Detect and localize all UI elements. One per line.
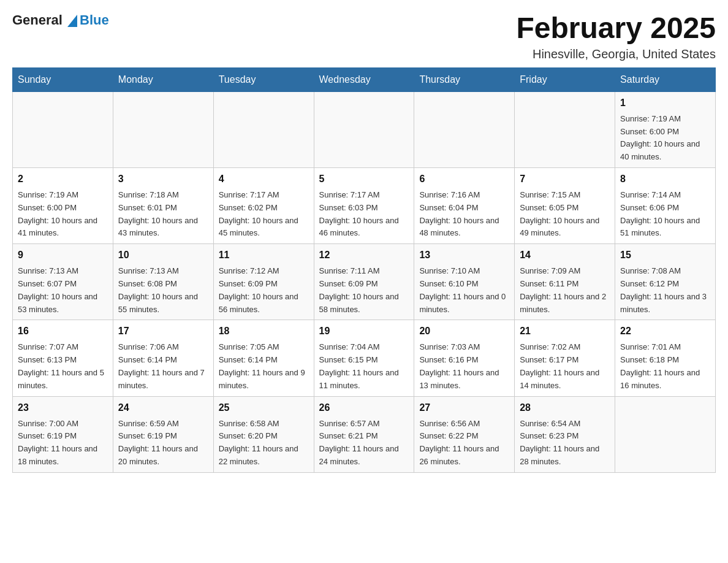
day-info: Sunrise: 7:15 AMSunset: 6:05 PMDaylight:… [520, 190, 599, 237]
calendar-week-row: 9Sunrise: 7:13 AMSunset: 6:07 PMDaylight… [13, 244, 716, 320]
calendar-cell: 4Sunrise: 7:17 AMSunset: 6:02 PMDaylight… [213, 167, 314, 243]
day-number: 14 [520, 248, 610, 262]
day-info: Sunrise: 7:04 AMSunset: 6:15 PMDaylight:… [319, 342, 399, 389]
day-number: 25 [219, 400, 309, 415]
day-info: Sunrise: 7:19 AMSunset: 6:00 PMDaylight:… [18, 190, 97, 237]
day-number: 24 [118, 400, 208, 415]
calendar-cell: 9Sunrise: 7:13 AMSunset: 6:07 PMDaylight… [13, 244, 113, 320]
calendar-cell: 3Sunrise: 7:18 AMSunset: 6:01 PMDaylight… [113, 167, 213, 243]
day-info: Sunrise: 7:05 AMSunset: 6:14 PMDaylight:… [219, 342, 305, 389]
calendar-week-row: 2Sunrise: 7:19 AMSunset: 6:00 PMDaylight… [13, 167, 716, 243]
calendar-cell [213, 91, 314, 167]
calendar-cell: 26Sunrise: 6:57 AMSunset: 6:21 PMDayligh… [314, 396, 414, 472]
day-info: Sunrise: 7:10 AMSunset: 6:10 PMDaylight:… [419, 266, 506, 313]
day-number: 1 [620, 96, 710, 110]
day-number: 21 [520, 324, 610, 339]
day-number: 8 [620, 172, 710, 186]
calendar-cell: 17Sunrise: 7:06 AMSunset: 6:14 PMDayligh… [113, 320, 213, 396]
page-header: General Blue February 2025 Hinesville, G… [12, 12, 716, 61]
day-number: 12 [319, 248, 409, 262]
calendar-cell: 8Sunrise: 7:14 AMSunset: 6:06 PMDaylight… [615, 167, 716, 243]
day-info: Sunrise: 7:02 AMSunset: 6:17 PMDaylight:… [520, 342, 599, 389]
day-info: Sunrise: 6:58 AMSunset: 6:20 PMDaylight:… [219, 419, 298, 466]
day-number: 20 [419, 324, 509, 339]
calendar-cell: 15Sunrise: 7:08 AMSunset: 6:12 PMDayligh… [615, 244, 716, 320]
day-number: 23 [18, 400, 108, 415]
calendar-cell: 6Sunrise: 7:16 AMSunset: 6:04 PMDaylight… [414, 167, 515, 243]
day-info: Sunrise: 7:01 AMSunset: 6:18 PMDaylight:… [620, 342, 700, 389]
day-number: 27 [419, 400, 509, 415]
calendar-cell: 24Sunrise: 6:59 AMSunset: 6:19 PMDayligh… [113, 396, 213, 472]
calendar-cell: 11Sunrise: 7:12 AMSunset: 6:09 PMDayligh… [213, 244, 314, 320]
day-number: 15 [620, 248, 710, 262]
day-info: Sunrise: 7:00 AMSunset: 6:19 PMDaylight:… [18, 419, 97, 466]
day-info: Sunrise: 7:13 AMSunset: 6:07 PMDaylight:… [18, 266, 97, 313]
calendar-day-header: Friday [515, 67, 615, 91]
logo-blue-text: Blue [80, 12, 109, 28]
day-info: Sunrise: 7:18 AMSunset: 6:01 PMDaylight:… [118, 190, 198, 237]
day-info: Sunrise: 7:14 AMSunset: 6:06 PMDaylight:… [620, 190, 700, 237]
day-number: 11 [219, 248, 309, 262]
day-info: Sunrise: 6:59 AMSunset: 6:19 PMDaylight:… [118, 419, 198, 466]
calendar-day-header: Saturday [615, 67, 716, 91]
day-info: Sunrise: 7:12 AMSunset: 6:09 PMDaylight:… [219, 266, 298, 313]
calendar-cell: 19Sunrise: 7:04 AMSunset: 6:15 PMDayligh… [314, 320, 414, 396]
calendar-cell: 7Sunrise: 7:15 AMSunset: 6:05 PMDaylight… [515, 167, 615, 243]
day-info: Sunrise: 7:19 AMSunset: 6:00 PMDaylight:… [620, 114, 700, 161]
day-info: Sunrise: 7:06 AMSunset: 6:14 PMDaylight:… [118, 342, 205, 389]
calendar-cell [414, 91, 515, 167]
day-number: 2 [18, 172, 108, 186]
day-info: Sunrise: 7:16 AMSunset: 6:04 PMDaylight:… [419, 190, 499, 237]
day-info: Sunrise: 7:17 AMSunset: 6:03 PMDaylight:… [319, 190, 399, 237]
logo: General Blue [12, 12, 109, 28]
day-number: 4 [219, 172, 309, 186]
day-number: 13 [419, 248, 509, 262]
calendar-table: SundayMondayTuesdayWednesdayThursdayFrid… [12, 67, 716, 473]
day-info: Sunrise: 7:17 AMSunset: 6:02 PMDaylight:… [219, 190, 298, 237]
calendar-cell: 14Sunrise: 7:09 AMSunset: 6:11 PMDayligh… [515, 244, 615, 320]
day-number: 3 [118, 172, 208, 186]
calendar-cell [314, 91, 414, 167]
calendar-cell [13, 91, 113, 167]
calendar-week-row: 1Sunrise: 7:19 AMSunset: 6:00 PMDaylight… [13, 91, 716, 167]
page-title: February 2025 [516, 12, 716, 45]
day-info: Sunrise: 6:57 AMSunset: 6:21 PMDaylight:… [319, 419, 399, 466]
calendar-week-row: 16Sunrise: 7:07 AMSunset: 6:13 PMDayligh… [13, 320, 716, 396]
calendar-cell: 23Sunrise: 7:00 AMSunset: 6:19 PMDayligh… [13, 396, 113, 472]
day-info: Sunrise: 7:09 AMSunset: 6:11 PMDaylight:… [520, 266, 606, 313]
calendar-cell [113, 91, 213, 167]
calendar-cell: 5Sunrise: 7:17 AMSunset: 6:03 PMDaylight… [314, 167, 414, 243]
calendar-header-row: SundayMondayTuesdayWednesdayThursdayFrid… [13, 67, 716, 91]
calendar-day-header: Tuesday [213, 67, 314, 91]
day-info: Sunrise: 7:03 AMSunset: 6:16 PMDaylight:… [419, 342, 499, 389]
day-number: 26 [319, 400, 409, 415]
title-block: February 2025 Hinesville, Georgia, Unite… [516, 12, 716, 61]
day-number: 22 [620, 324, 710, 339]
calendar-day-header: Sunday [13, 67, 113, 91]
day-info: Sunrise: 7:08 AMSunset: 6:12 PMDaylight:… [620, 266, 707, 313]
day-number: 17 [118, 324, 208, 339]
logo-general-text: General [12, 12, 77, 28]
calendar-cell [615, 396, 716, 472]
day-number: 18 [219, 324, 309, 339]
calendar-cell: 12Sunrise: 7:11 AMSunset: 6:09 PMDayligh… [314, 244, 414, 320]
calendar-cell: 13Sunrise: 7:10 AMSunset: 6:10 PMDayligh… [414, 244, 515, 320]
day-number: 9 [18, 248, 108, 262]
calendar-day-header: Wednesday [314, 67, 414, 91]
calendar-cell [515, 91, 615, 167]
day-info: Sunrise: 6:56 AMSunset: 6:22 PMDaylight:… [419, 419, 499, 466]
calendar-day-header: Monday [113, 67, 213, 91]
calendar-cell: 28Sunrise: 6:54 AMSunset: 6:23 PMDayligh… [515, 396, 615, 472]
calendar-week-row: 23Sunrise: 7:00 AMSunset: 6:19 PMDayligh… [13, 396, 716, 472]
calendar-cell: 21Sunrise: 7:02 AMSunset: 6:17 PMDayligh… [515, 320, 615, 396]
day-info: Sunrise: 7:13 AMSunset: 6:08 PMDaylight:… [118, 266, 198, 313]
day-number: 5 [319, 172, 409, 186]
page-subtitle: Hinesville, Georgia, United States [516, 47, 716, 61]
calendar-cell: 25Sunrise: 6:58 AMSunset: 6:20 PMDayligh… [213, 396, 314, 472]
day-number: 19 [319, 324, 409, 339]
calendar-day-header: Thursday [414, 67, 515, 91]
day-info: Sunrise: 7:11 AMSunset: 6:09 PMDaylight:… [319, 266, 399, 313]
calendar-cell: 2Sunrise: 7:19 AMSunset: 6:00 PMDaylight… [13, 167, 113, 243]
day-number: 28 [520, 400, 610, 415]
calendar-cell: 20Sunrise: 7:03 AMSunset: 6:16 PMDayligh… [414, 320, 515, 396]
